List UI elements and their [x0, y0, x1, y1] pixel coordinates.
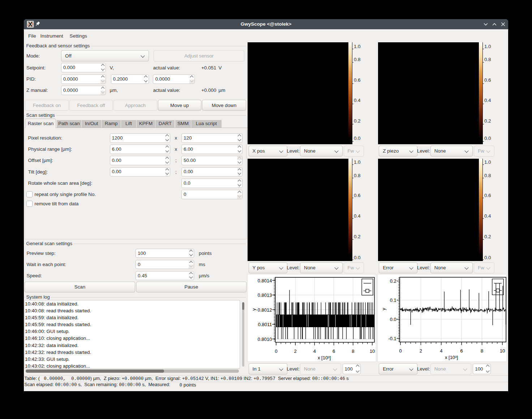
- svg-text:0.1: 0.1: [390, 298, 396, 303]
- svg-text:6: 6: [332, 348, 335, 354]
- svg-text:10: 10: [500, 348, 505, 353]
- svg-text:0.8010: 0.8010: [258, 336, 272, 342]
- svg-text:-0.1: -0.1: [388, 335, 396, 341]
- svg-text:8: 8: [481, 348, 483, 353]
- svg-text:6: 6: [460, 348, 463, 353]
- svg-text:2: 2: [420, 348, 422, 353]
- svg-text:4: 4: [440, 348, 442, 353]
- svg-text:0: 0: [399, 348, 402, 353]
- svg-text:4: 4: [313, 348, 316, 354]
- svg-text:2: 2: [294, 348, 297, 354]
- svg-text:0: 0: [275, 348, 277, 354]
- svg-text:0.2: 0.2: [390, 278, 396, 284]
- svg-text:0.8014: 0.8014: [258, 278, 272, 283]
- svg-text:10: 10: [370, 348, 375, 354]
- svg-text:0.8012: 0.8012: [258, 307, 272, 312]
- svg-text:x [10³]: x [10³]: [318, 355, 331, 360]
- svg-text:x [10³]: x [10³]: [445, 354, 458, 360]
- svg-text:0.8013: 0.8013: [258, 292, 272, 298]
- svg-text:0.8011: 0.8011: [258, 322, 272, 327]
- svg-text:0.0: 0.0: [390, 317, 396, 322]
- svg-text:8: 8: [352, 348, 354, 354]
